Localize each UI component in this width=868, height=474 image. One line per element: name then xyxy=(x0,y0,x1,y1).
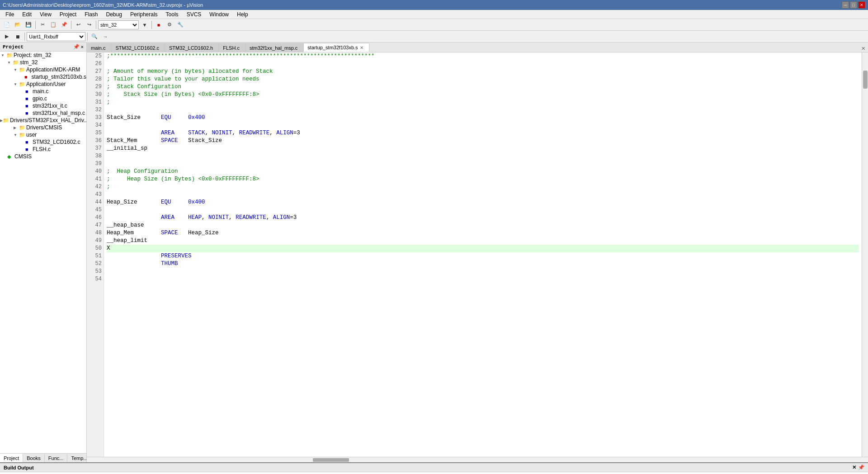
tree-expand-arrow[interactable]: ▼ xyxy=(7,61,13,65)
run-to-cursor[interactable]: → xyxy=(100,32,110,42)
maximize-button[interactable]: □ xyxy=(850,1,857,9)
project-combo[interactable]: stm_32 xyxy=(98,20,139,29)
line-number: 26 xyxy=(89,60,102,68)
open-button[interactable]: 📂 xyxy=(13,20,23,30)
undo-button[interactable]: ↩ xyxy=(73,20,83,30)
menu-item-project[interactable]: Project xyxy=(56,10,80,19)
line-number: 32 xyxy=(89,106,102,114)
function-combo[interactable]: Uart1_Rxbuff xyxy=(27,32,85,41)
tab-close-button[interactable]: ✕ xyxy=(360,45,363,50)
tree-node-label: FLSH.c xyxy=(33,146,51,152)
tree-item[interactable]: ◆CMSIS xyxy=(0,153,86,160)
code-line: X xyxy=(107,245,859,252)
code-content[interactable]: ;***************************************… xyxy=(104,52,862,457)
folder-icon: 📁 xyxy=(3,118,9,123)
tree-item[interactable]: ■stm32f1xx_hal_msp.c xyxy=(0,109,86,117)
project-tree[interactable]: ▼📁Project: stm_32▼📁stm_32▼📁Application/M… xyxy=(0,52,86,453)
tree-node-label: Application/User xyxy=(26,81,66,87)
horizontal-scrollbar[interactable] xyxy=(87,457,868,462)
cut-button[interactable]: ✂ xyxy=(38,20,47,30)
panel-pin-icon[interactable]: 📌 xyxy=(73,44,80,50)
minimize-button[interactable]: ─ xyxy=(842,1,849,9)
tree-expand-arrow[interactable]: ▼ xyxy=(14,82,19,86)
editor-tab-flsh-c[interactable]: FLSH.c xyxy=(219,43,245,52)
build-clear-icon[interactable]: ✕ xyxy=(852,465,856,470)
new-file-button[interactable]: 📄 xyxy=(2,20,12,30)
editor-tabs-close[interactable]: ✕ xyxy=(859,44,868,52)
menu-item-flash[interactable]: Flash xyxy=(81,10,101,19)
panel-close-icon[interactable]: ✕ xyxy=(80,44,84,50)
menu-item-peripherals[interactable]: Peripherals xyxy=(127,10,161,19)
menu-item-help[interactable]: Help xyxy=(233,10,252,19)
window-controls[interactable]: ─ □ ✕ xyxy=(842,1,865,9)
tree-expand-arrow[interactable]: ▼ xyxy=(1,53,6,57)
line-number: 28 xyxy=(89,76,102,83)
code-line xyxy=(107,160,859,168)
left-tab-func[interactable]: Func... xyxy=(45,454,68,462)
tree-item[interactable]: ■main.c xyxy=(0,88,86,95)
redo-button[interactable]: ↪ xyxy=(84,20,94,30)
tree-expand-arrow[interactable]: ▼ xyxy=(14,133,19,137)
vertical-scrollbar[interactable] xyxy=(862,52,868,457)
tree-node-label: user xyxy=(26,132,37,138)
code-line xyxy=(107,268,859,275)
build-output-header: Build Output ✕ 📌 xyxy=(0,463,868,472)
vscroll-thumb[interactable] xyxy=(863,71,868,89)
copy-button[interactable]: 📋 xyxy=(48,20,58,30)
main-layout: Project 📌 ✕ ▼📁Project: stm_32▼📁stm_32▼📁A… xyxy=(0,43,868,462)
folder-icon: 📁 xyxy=(19,81,25,87)
tree-item[interactable]: ■FLSH.c xyxy=(0,146,86,153)
right-panel: main.cSTM32_LCD1602.cSTM32_LCD1602.hFLSH… xyxy=(87,43,868,462)
bottom-section: Build Output ✕ 📌 Build started: Project:… xyxy=(0,462,868,474)
stop-button[interactable]: ⏹ xyxy=(13,32,23,42)
comment-text: ; Stack Size (in Bytes) <0x0-0xFFFFFFFF:… xyxy=(107,91,259,98)
close-button[interactable]: ✕ xyxy=(858,1,865,9)
tree-item[interactable]: ▼📁stm_32 xyxy=(0,59,86,66)
left-tab-books[interactable]: Books xyxy=(23,454,45,462)
tree-item[interactable]: ■stm32f1xx_it.c xyxy=(0,102,86,109)
debug-button[interactable]: ▶ xyxy=(2,32,12,42)
tree-item[interactable]: ▼📁user xyxy=(0,131,86,138)
folder-icon: 📁 xyxy=(19,67,25,73)
tree-item[interactable]: ▶📁Drivers/CMSIS xyxy=(0,124,86,131)
build-pin-icon[interactable]: 📌 xyxy=(858,465,864,470)
editor-tab-startup-stm--f---xb-s[interactable]: startup_stm32f103xb.s✕ xyxy=(303,43,369,52)
code-line xyxy=(107,275,859,283)
code-editor[interactable]: 2526272829303132333435363738394041424344… xyxy=(87,52,862,457)
menu-item-view[interactable]: View xyxy=(36,10,55,19)
tree-expand-arrow[interactable]: ▼ xyxy=(14,68,19,72)
file-icon: ■ xyxy=(24,74,31,80)
tab-label: startup_stm32f103xb.s xyxy=(307,45,358,50)
tab-label: STM32_LCD1602.h xyxy=(169,45,213,51)
menu-item-file[interactable]: File xyxy=(2,10,18,19)
paste-button[interactable]: 📌 xyxy=(59,20,69,30)
menu-item-svcs[interactable]: SVCS xyxy=(183,10,205,19)
menu-item-tools[interactable]: Tools xyxy=(162,10,182,19)
left-panel-tabs: ProjectBooksFunc...Temp... xyxy=(0,453,86,462)
tree-expand-arrow[interactable]: ▶ xyxy=(14,126,19,130)
editor-tab-stm---lcd-----h[interactable]: STM32_LCD1602.h xyxy=(165,43,219,52)
tree-item[interactable]: ■startup_stm32f103xb.s xyxy=(0,73,86,81)
menu-item-debug[interactable]: Debug xyxy=(103,10,126,19)
build-button[interactable]: ■ xyxy=(154,20,164,30)
tree-item[interactable]: ▼📁Application/MDK-ARM xyxy=(0,66,86,73)
menu-item-edit[interactable]: Edit xyxy=(19,10,35,19)
tree-item[interactable]: ▶📁Drivers/STM32F1xx_HAL_Driv... xyxy=(0,117,86,124)
find-button[interactable]: 🔍 xyxy=(90,32,99,42)
tree-item[interactable]: ▼📁Project: stm_32 xyxy=(0,52,86,59)
rebuild-button[interactable]: ⚙ xyxy=(165,20,175,30)
hscroll-thumb[interactable] xyxy=(313,458,349,462)
menu-item-window[interactable]: Window xyxy=(206,10,232,19)
save-button[interactable]: 💾 xyxy=(24,20,33,30)
editor-tab-stm--f-xx-hal-msp-c[interactable]: stm32f1xx_hal_msp.c xyxy=(245,43,303,52)
tree-item[interactable]: ■gpio.c xyxy=(0,95,86,102)
left-tab-project[interactable]: Project xyxy=(0,454,23,462)
settings-button[interactable]: 🔧 xyxy=(175,20,185,30)
editor-tab-stm---lcd-----c[interactable]: STM32_LCD1602.c xyxy=(111,43,165,52)
tree-item[interactable]: ■STM32_LCD1602.c xyxy=(0,138,86,146)
editor-tab-main-c[interactable]: main.c xyxy=(87,43,111,52)
separator-5 xyxy=(24,33,25,41)
combo-arrow[interactable]: ▼ xyxy=(140,20,150,30)
tree-item[interactable]: ▼📁Application/User xyxy=(0,81,86,88)
code-line: ; Heap Size (in Bytes) <0x0-0xFFFFFFFF:8… xyxy=(107,175,859,183)
